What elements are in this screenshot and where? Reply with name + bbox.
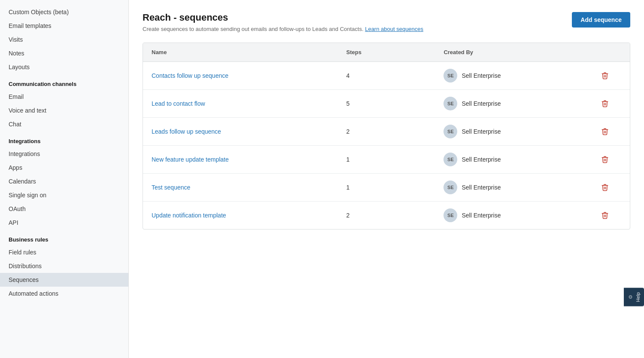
help-widget[interactable]: ⊙ Help [624,288,644,306]
table-row: Contacts follow up sequence4SESell Enter… [143,62,630,90]
sidebar-section-communication-channels: Communication channels [0,74,128,90]
table-row: Update notification template2SESell Ente… [143,202,630,229]
sequence-action [591,62,630,90]
delete-sequence-button[interactable] [599,182,611,193]
learn-about-sequences-link[interactable]: Learn about sequences [365,26,423,32]
sequence-name[interactable]: Contacts follow up sequence [143,62,338,90]
table-row: Test sequence1SESell Enterprise [143,174,630,202]
sidebar-item-distributions[interactable]: Distributions [0,259,128,273]
created-by-cell: SESell Enterprise [444,125,582,138]
sequence-created-by: SESell Enterprise [435,146,591,174]
delete-sequence-button[interactable] [599,98,611,109]
creator-name: Sell Enterprise [462,128,501,135]
page-subtitle: Create sequences to automate sending out… [143,26,423,32]
sidebar-item-email[interactable]: Email [0,90,128,104]
sidebar-item-custom-objects[interactable]: Custom Objects (beta) [0,5,128,19]
sidebar-item-single-sign-on[interactable]: Single sign on [0,188,128,202]
sidebar-item-oauth[interactable]: OAuth [0,202,128,216]
sidebar-item-field-rules[interactable]: Field rules [0,245,128,259]
creator-name: Sell Enterprise [462,100,501,107]
sidebar-item-visits[interactable]: Visits [0,33,128,46]
table-header-row: Name Steps Created By [143,43,630,62]
created-by-cell: SESell Enterprise [444,153,582,166]
avatar: SE [444,181,457,194]
creator-name: Sell Enterprise [462,184,501,191]
delete-sequence-button[interactable] [599,210,611,221]
delete-sequence-button[interactable] [599,70,611,81]
sequence-action [591,146,630,174]
sequence-steps: 1 [338,174,435,202]
avatar: SE [444,208,457,222]
avatar: SE [444,125,457,138]
delete-sequence-button[interactable] [599,126,611,137]
sequence-name[interactable]: Leads follow up sequence [143,118,338,146]
col-header-created-by: Created By [435,43,591,62]
sequence-name[interactable]: Lead to contact flow [143,90,338,118]
created-by-cell: SESell Enterprise [444,69,582,83]
add-sequence-button[interactable]: Add sequence [572,12,630,28]
page-title-block: Reach - sequences Create sequences to au… [143,12,423,32]
table-row: Lead to contact flow5SESell Enterprise [143,90,630,118]
sidebar-section-business-rules: Business rules [0,229,128,245]
created-by-cell: SESell Enterprise [444,208,582,222]
sidebar-item-calendars[interactable]: Calendars [0,174,128,188]
sequence-action [591,118,630,146]
sidebar: Custom Objects (beta)Email templatesVisi… [0,0,129,358]
sequence-steps: 2 [338,118,435,146]
sidebar-item-automated-actions[interactable]: Automated actions [0,287,128,300]
sidebar-item-voice-and-text[interactable]: Voice and text [0,104,128,117]
sequence-created-by: SESell Enterprise [435,174,591,202]
col-header-name: Name [143,43,338,62]
sequence-created-by: SESell Enterprise [435,90,591,118]
creator-name: Sell Enterprise [462,156,501,163]
page-header: Reach - sequences Create sequences to au… [143,12,630,32]
col-header-action [591,43,630,62]
sequence-created-by: SESell Enterprise [435,62,591,90]
sidebar-item-chat[interactable]: Chat [0,117,128,131]
col-header-steps: Steps [338,43,435,62]
avatar: SE [444,69,457,83]
avatar: SE [444,97,457,110]
help-widget-text: Help [635,292,641,302]
sequence-created-by: SESell Enterprise [435,202,591,229]
table-row: Leads follow up sequence2SESell Enterpri… [143,118,630,146]
main-content: Reach - sequences Create sequences to au… [129,0,644,358]
sequence-name[interactable]: Update notification template [143,202,338,229]
avatar: SE [444,153,457,166]
sidebar-item-email-templates[interactable]: Email templates [0,19,128,33]
sequence-steps: 2 [338,202,435,229]
creator-name: Sell Enterprise [462,212,501,219]
creator-name: Sell Enterprise [462,72,501,79]
sidebar-item-api[interactable]: API [0,216,128,229]
sequence-name[interactable]: Test sequence [143,174,338,202]
created-by-cell: SESell Enterprise [444,97,582,110]
table-header: Name Steps Created By [143,43,630,62]
help-widget-label: ⊙ [627,295,633,299]
sequence-steps: 5 [338,90,435,118]
sidebar-item-layouts[interactable]: Layouts [0,60,128,74]
sequence-steps: 4 [338,62,435,90]
page-title: Reach - sequences [143,12,423,23]
sequence-action [591,90,630,118]
sidebar-item-notes[interactable]: Notes [0,46,128,60]
sidebar-item-integrations[interactable]: Integrations [0,147,128,161]
sequence-action [591,174,630,202]
page-subtitle-text: Create sequences to automate sending out… [143,26,364,32]
sidebar-item-sequences[interactable]: Sequences [0,273,128,287]
table-body: Contacts follow up sequence4SESell Enter… [143,62,630,229]
sequence-created-by: SESell Enterprise [435,118,591,146]
sequence-steps: 1 [338,146,435,174]
delete-sequence-button[interactable] [599,154,611,165]
sidebar-item-apps[interactable]: Apps [0,161,128,174]
table-row: New feature update template1SESell Enter… [143,146,630,174]
sequences-table: Name Steps Created By Contacts follow up… [143,43,630,229]
sequence-action [591,202,630,229]
created-by-cell: SESell Enterprise [444,181,582,194]
sequence-name[interactable]: New feature update template [143,146,338,174]
sidebar-section-integrations: Integrations [0,131,128,147]
sequences-table-container: Name Steps Created By Contacts follow up… [143,43,630,229]
